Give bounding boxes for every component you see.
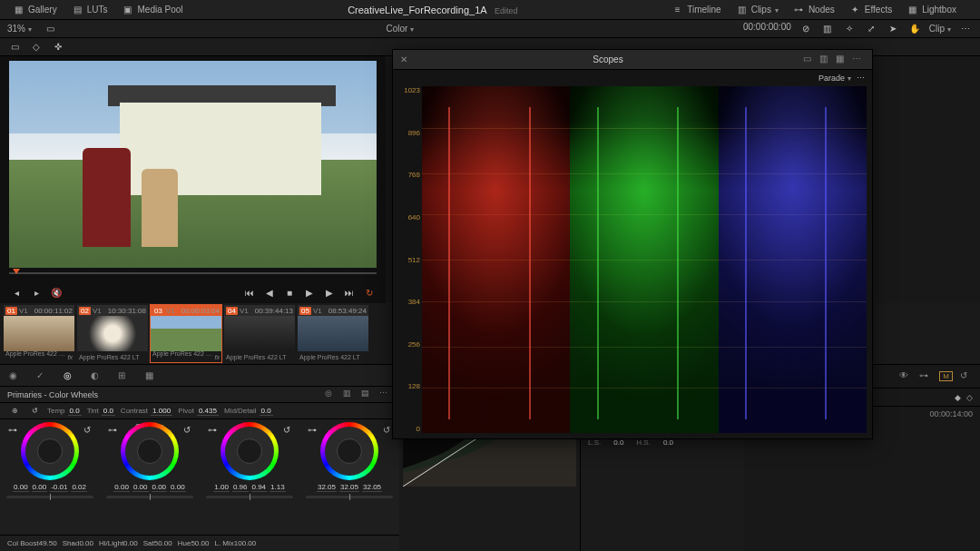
wheel-value[interactable]: -0.01 [50,483,68,492]
camera-raw-tab[interactable]: ◉ [5,369,20,383]
mark-in-icon[interactable]: ◂ [9,285,24,300]
wheel-value[interactable]: 0.96 [232,483,249,492]
scope-layout-1-icon[interactable]: ▭ [803,54,816,66]
pointer-icon[interactable]: ➤ [886,22,900,36]
color-wheels-tab[interactable]: ◎ [60,369,74,383]
wheel-value[interactable]: 32.05 [362,483,382,492]
picker-icon[interactable]: ⊕ [7,404,22,418]
tracker-icon[interactable]: ✜ [51,40,65,54]
playhead-icon[interactable] [13,269,20,274]
scope-type-dropdown[interactable]: Parade [818,74,851,83]
wheel-value[interactable]: 0.94 [251,483,268,492]
motion-blur-tab[interactable]: ▦ [142,369,156,383]
highlight-icon[interactable]: ✧ [842,22,857,36]
color-wheel[interactable] [21,422,79,480]
link-icon[interactable]: ⊶ [5,422,20,437]
qualifier-icon[interactable]: ▭ [7,40,22,54]
timeline-button[interactable]: ≡Timeline [666,2,726,17]
mark-out-icon[interactable]: ▸ [29,285,44,300]
split-icon[interactable]: ▥ [820,22,835,36]
link-icon[interactable]: ⊶ [305,422,319,437]
link-icon[interactable]: ⊶ [919,370,932,383]
pivot-field[interactable]: 0.435 [197,407,219,416]
zoom-dropdown[interactable]: 31% [7,24,32,34]
scope-layout-2-icon[interactable]: ▥ [819,54,832,66]
hs-field[interactable]: 0.0 [663,438,673,447]
clips-button[interactable]: ▥Clips [730,2,784,17]
close-icon[interactable]: ✕ [400,54,413,64]
shad-field[interactable]: 0.00 [79,539,93,547]
lightbox-button[interactable]: ▦Lightbox [901,2,962,17]
log-mode-icon[interactable]: ▤ [361,389,374,401]
luts-button[interactable]: ▤LUTs [66,2,113,17]
color-wheel[interactable] [320,422,378,480]
more-icon[interactable]: ⋯ [958,22,973,36]
nodes-button[interactable]: ⊶Nodes [788,2,840,17]
window-icon[interactable]: ◇ [29,40,44,54]
tint-field[interactable]: 0.0 [102,407,115,416]
ls-field[interactable]: 0.0 [613,438,623,447]
wheel-value[interactable]: 1.13 [270,483,286,492]
gallery-button[interactable]: ▦Gallery [7,2,63,17]
wheel-value[interactable]: 0.00 [32,483,48,492]
next-clip-icon[interactable]: ⏭ [342,285,357,300]
hilight-field[interactable]: 0.00 [123,539,138,547]
reset-kf-icon[interactable]: ↺ [960,370,973,383]
wheel-value[interactable]: 1.00 [213,483,230,492]
clip-dropdown[interactable]: Clip [929,22,951,36]
scrub-bar[interactable] [9,269,377,278]
hue-field[interactable]: 50.00 [191,539,209,547]
mediapool-button[interactable]: ▣Media Pool [116,2,188,17]
prev-clip-icon[interactable]: ⏮ [242,285,257,300]
clip-thumbnail[interactable]: 03V100:00:03:04Apple ProRes 422 … fx [151,305,221,362]
reset-icon[interactable]: ↺ [80,422,94,437]
middetail-field[interactable]: 0.0 [260,407,273,416]
wheel-value[interactable]: 0.00 [113,483,130,492]
color-wheel[interactable] [220,422,279,480]
panel-more-icon[interactable]: ⋯ [379,389,392,401]
kf-icon-2[interactable]: ◇ [966,393,973,402]
link-icon[interactable]: ⊶ [205,422,220,437]
clip-thumbnail[interactable]: 04V100:39:44:13Apple ProRes 422 LT [224,305,295,362]
viewer-overlay-icon[interactable]: ▭ [43,22,57,36]
wheel-value[interactable]: 0.02 [71,483,87,492]
viewer-mode-dropdown[interactable]: Color [387,24,415,34]
kf-icon-1[interactable]: ◆ [955,393,961,402]
step-fwd-icon[interactable]: ▶ [322,285,337,300]
wheel-value[interactable]: 0.00 [13,483,29,492]
colboost-field[interactable]: 49.50 [39,539,57,547]
reset-icon[interactable]: ↺ [27,404,42,418]
scope-options-icon[interactable]: ⋯ [857,74,865,83]
step-back-icon[interactable]: ◀ [262,285,277,300]
play-icon[interactable]: ▶ [302,285,317,300]
rgb-mixer-tab[interactable]: ⊞ [114,369,129,383]
sat-field[interactable]: 50.00 [154,539,172,547]
wheel-value[interactable]: 0.00 [170,483,186,492]
hand-icon[interactable]: ✋ [907,22,922,36]
scopes-header[interactable]: ✕ Scopes ▭ ▥ ▦ ⋯ [393,50,872,70]
reset-icon[interactable]: ↺ [180,422,194,437]
clip-thumbnail[interactable]: 05V108:53:49:24Apple ProRes 422 LT [298,305,368,362]
link-icon[interactable]: ⊶ [105,422,120,437]
y-slider[interactable] [306,496,392,498]
reset-icon[interactable]: ↺ [279,422,294,437]
wheel-value[interactable]: 32.05 [339,483,359,492]
mute-icon[interactable]: 🔇 [49,285,64,300]
scopes-window[interactable]: ✕ Scopes ▭ ▥ ▦ ⋯ Parade ⋯ 10238967686405… [392,49,873,439]
bars-mode-icon[interactable]: ▥ [343,389,356,401]
eye-icon[interactable]: 👁 [899,370,912,383]
bypass-icon[interactable]: ⊘ [799,22,813,36]
y-slider[interactable] [106,496,192,498]
stop-icon[interactable]: ■ [282,285,297,300]
loop-icon[interactable]: ↻ [362,285,377,300]
effects-button[interactable]: ✦Effects [844,2,897,17]
wheels-mode-icon[interactable]: ◎ [325,389,338,401]
color-wheel[interactable] [121,422,179,480]
y-slider[interactable] [6,496,93,498]
scope-more-icon[interactable]: ⋯ [852,54,865,66]
clip-thumbnail[interactable]: 02V110:30:31:08Apple ProRes 422 LT [77,305,148,362]
color-match-tab[interactable]: ✓ [33,369,47,383]
wheel-value[interactable]: 0.00 [132,483,149,492]
hdr-tab[interactable]: ◐ [87,369,102,383]
contrast-field[interactable]: 1.000 [151,407,172,416]
